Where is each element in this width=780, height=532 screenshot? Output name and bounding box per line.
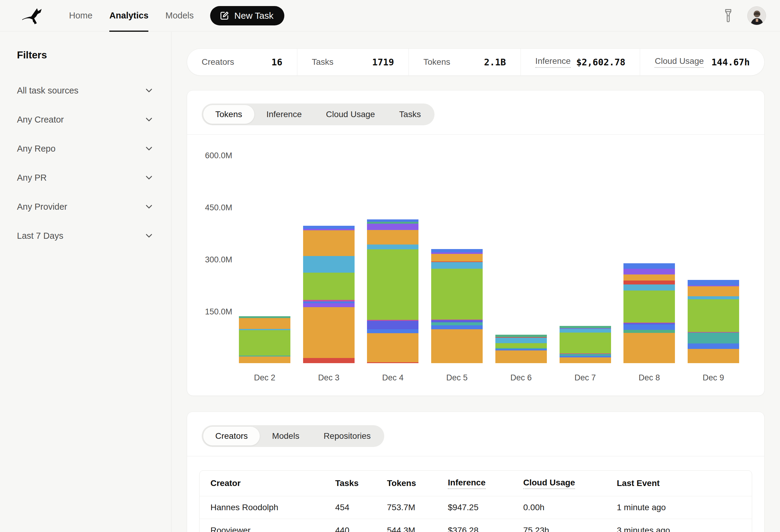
bar-dec-9[interactable]: [688, 280, 739, 363]
bar-dec-7[interactable]: [559, 326, 611, 363]
bar-segment-red: [624, 280, 675, 284]
bar-segment-red: [303, 358, 354, 363]
bar-segment-orange: [431, 329, 483, 363]
bar-segment-orange: [624, 274, 675, 281]
tab-cloud-usage[interactable]: Cloud Usage: [314, 105, 387, 124]
bar-segment-seagreen: [559, 326, 611, 328]
x-axis-label-dec-8: Dec 8: [624, 373, 675, 382]
bar-segment-blue: [624, 263, 675, 269]
filter-any-creator[interactable]: Any Creator: [17, 105, 154, 134]
bar-dec-2[interactable]: [239, 316, 290, 363]
bar-segment-green: [431, 269, 483, 319]
kangaroo-logo-icon[interactable]: [22, 5, 46, 26]
nav-link-models[interactable]: Models: [157, 0, 202, 32]
bar-segment-green: [495, 343, 547, 348]
bar-segment-blue: [367, 219, 419, 222]
column-header-last-event: Last Event: [617, 478, 660, 488]
x-axis-label-dec-3: Dec 3: [303, 373, 354, 382]
stat-value-creators: 16: [272, 57, 283, 67]
bar-segment-blue: [367, 329, 419, 333]
stat-value-inference: $2,602.78: [576, 57, 626, 67]
filter-any-repo[interactable]: Any Repo: [17, 134, 154, 163]
nav-link-home[interactable]: Home: [60, 0, 101, 32]
bar-dec-3[interactable]: [303, 226, 354, 363]
bar-dec-8[interactable]: [624, 263, 675, 363]
user-avatar[interactable]: [747, 6, 766, 25]
stat-label-cloud-usage[interactable]: Cloud Usage: [654, 56, 704, 68]
column-header-tasks: Tasks: [335, 478, 358, 488]
filter-any-pr[interactable]: Any PR: [17, 163, 154, 192]
nav-links: HomeAnalyticsModels: [60, 0, 202, 32]
cell-tokens: 753.7M: [387, 502, 448, 512]
chevron-down-icon: [144, 202, 154, 212]
tab-creators[interactable]: Creators: [203, 427, 260, 445]
bar-segment-cyan: [431, 262, 483, 269]
cell-tasks: 440: [335, 526, 387, 532]
stat-value-cloud-usage: 144.67h: [712, 57, 750, 67]
bar-segment-violet: [303, 303, 354, 308]
creators-table: CreatorTasksTokensInferenceCloud UsageLa…: [199, 470, 752, 532]
nav-link-analytics[interactable]: Analytics: [101, 0, 157, 32]
bar-segment-blue: [688, 343, 739, 349]
bar-segment-violet: [367, 224, 419, 230]
y-axis-tick-600.0M: 600.0M: [187, 151, 232, 160]
tab-tasks[interactable]: Tasks: [387, 105, 433, 124]
x-axis-label-dec-2: Dec 2: [239, 373, 290, 382]
column-header-tokens: Tokens: [387, 478, 416, 488]
cell-tasks: 454: [335, 502, 387, 512]
cell-last-event: 3 minutes ago: [617, 526, 752, 532]
bar-segment-cyan: [559, 329, 611, 333]
bar-segment-seagreen: [495, 335, 547, 337]
column-header-inference[interactable]: Inference: [448, 478, 486, 489]
bar-segment-blue: [431, 249, 483, 253]
column-header-cloud-usage[interactable]: Cloud Usage: [523, 478, 575, 489]
top-nav: HomeAnalyticsModels New Task: [0, 0, 780, 32]
chevron-down-icon: [144, 85, 154, 96]
bar-dec-6[interactable]: [495, 335, 547, 363]
cell-last-event: 1 minute ago: [617, 502, 752, 512]
new-task-button[interactable]: New Task: [210, 6, 285, 25]
column-header-creator: Creator: [210, 478, 241, 488]
bar-segment-orange: [495, 351, 547, 363]
filter-any-provider[interactable]: Any Provider: [17, 192, 154, 221]
x-axis-label-dec-4: Dec 4: [367, 373, 419, 382]
tab-repositories[interactable]: Repositories: [311, 427, 383, 445]
cell-tokens: 544.3M: [387, 526, 448, 532]
bar-segment-orange: [559, 357, 611, 363]
stat-label-tasks: Tasks: [312, 57, 334, 67]
chevron-down-icon: [144, 230, 154, 241]
x-axis-label-dec-7: Dec 7: [559, 373, 611, 382]
bar-segment-orange: [239, 357, 290, 363]
stacked-bar-chart: 150.0M300.0M450.0M600.0MDec 2Dec 3Dec 4D…: [187, 135, 764, 395]
filter-all-task-sources[interactable]: All task sources: [17, 76, 154, 105]
tab-inference[interactable]: Inference: [254, 105, 314, 124]
stat-label-inference[interactable]: Inference: [535, 56, 571, 68]
tab-models[interactable]: Models: [260, 427, 311, 445]
filter-label: All task sources: [17, 86, 79, 96]
bar-segment-green: [688, 299, 739, 332]
table-row[interactable]: Rooviewer440544.3M$376.2875.23h3 minutes…: [200, 519, 752, 532]
bar-segment-teal: [688, 332, 739, 343]
stat-cloud-usage: Cloud Usage144.67h: [640, 49, 764, 75]
summary-stats-card: Creators16Tasks1719Tokens2.1BInference$2…: [187, 48, 765, 76]
bar-segment-blue: [431, 325, 483, 329]
bar-dec-5[interactable]: [431, 249, 483, 363]
bar-segment-violet: [624, 269, 675, 274]
cell-creator: Rooviewer: [210, 526, 335, 532]
flashlight-icon[interactable]: [720, 6, 737, 25]
x-axis-label-dec-5: Dec 5: [431, 373, 483, 382]
table-row[interactable]: Hannes Roodolph454753.7M$947.250.00h1 mi…: [200, 496, 752, 519]
bar-segment-blue: [624, 324, 675, 330]
tab-tokens[interactable]: Tokens: [203, 105, 254, 124]
cell-inference: $947.25: [448, 502, 523, 512]
bar-segment-seagreen: [624, 330, 675, 333]
bar-segment-cyan: [367, 245, 419, 249]
y-axis-tick-300.0M: 300.0M: [187, 255, 232, 264]
y-axis-tick-450.0M: 450.0M: [187, 203, 232, 212]
filter-last-7-days[interactable]: Last 7 Days: [17, 221, 154, 250]
edit-icon: [219, 11, 230, 21]
bar-dec-4[interactable]: [367, 219, 419, 363]
stat-value-tokens: 2.1B: [484, 57, 506, 67]
stat-label-tokens: Tokens: [423, 57, 450, 67]
breakdown-tabs: CreatorsModelsRepositories: [202, 425, 384, 447]
